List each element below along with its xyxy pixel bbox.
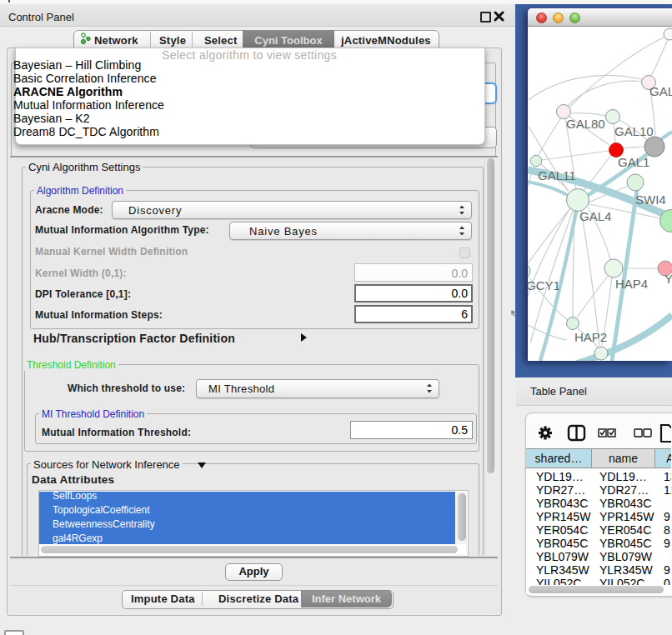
svg-text:HAP4: HAP4 (615, 277, 648, 291)
svg-text:GAL10: GAL10 (614, 124, 654, 138)
svg-text:GAL80: GAL80 (566, 117, 605, 131)
svg-text:GAL1: GAL1 (618, 155, 649, 169)
svg-text:Y: Y (664, 272, 672, 286)
svg-text:GCY1: GCY1 (528, 278, 560, 292)
svg-text:GAL: GAL (649, 84, 672, 98)
svg-text:HAP2: HAP2 (574, 330, 607, 344)
svg-text:SWI4: SWI4 (635, 192, 666, 207)
svg-text:GAL4: GAL4 (579, 209, 611, 223)
svg-text:GAL11: GAL11 (538, 168, 576, 182)
